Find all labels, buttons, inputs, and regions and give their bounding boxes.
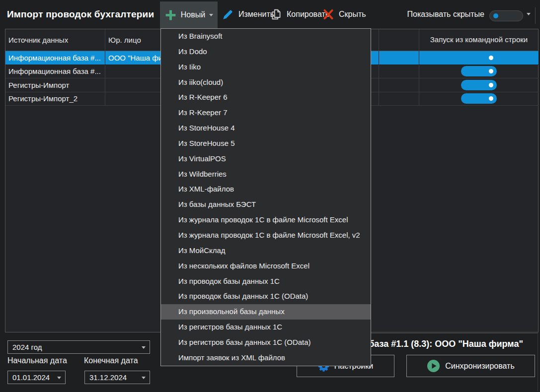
cell-source[interactable]: Информационная база #... [5,65,105,79]
start-date-value: 01.01.2024 [12,373,50,382]
end-date-value: 31.12.2024 [89,373,127,382]
start-date-label: Начальная дата [7,356,67,365]
year-select-value: 2024 год [12,343,42,351]
cell-source[interactable]: Регистры-Импорт_2 [5,92,105,106]
hide-button-label: Скрыть [339,10,366,19]
cell-cmdline [419,92,539,106]
chevron-down-icon [57,377,61,379]
cmdline-toggle[interactable] [461,66,497,76]
menu-item[interactable]: Из R-Keeper 7 [161,105,371,121]
plus-icon [164,9,177,21]
menu-item[interactable]: Из МойСклад [161,243,371,259]
edit-button[interactable]: Изменить [222,0,274,28]
copy-icon [270,8,283,21]
app-window: Импорт проводок бухгалтерии Новый Измени… [0,0,540,392]
cell-source[interactable]: Информационная база #... [5,51,105,65]
cell-hidden [379,92,419,106]
toolbar: Импорт проводок бухгалтерии Новый Измени… [0,0,540,28]
menu-item[interactable]: Из регистров базы данных 1С [161,320,371,335]
pencil-icon [222,8,234,21]
toggle-dot [489,83,493,87]
column-header-hidden[interactable] [379,29,419,51]
cmdline-toggle[interactable] [461,53,497,63]
page-title: Импорт проводок бухгалтерии [7,0,154,28]
menu-item[interactable]: Из проводок базы данных 1С [161,274,371,289]
cell-cmdline [419,51,539,65]
chevron-down-icon [142,346,146,349]
menu-item[interactable]: Из проводок базы данных 1С (OData) [161,289,371,304]
hide-button[interactable]: Скрыть [322,0,366,28]
x-icon [322,8,335,21]
year-select[interactable]: 2024 год [7,340,150,354]
sync-button[interactable]: Синхронизировать [406,355,535,377]
new-button[interactable]: Новый [160,1,218,28]
menu-item[interactable]: Из R-Keeper 6 [161,90,371,105]
end-date-label: Конечная дата [84,356,138,365]
menu-item[interactable]: Из базы данных БЭСТ [161,197,371,212]
menu-item[interactable]: Из журнала проводок 1С в файле Microsoft… [161,212,371,228]
cmdline-toggle[interactable] [461,93,497,104]
cell-hidden [379,78,419,92]
new-button-label: Новый [181,10,205,19]
column-header-cmdline[interactable]: Запуск из командной строки [419,29,539,51]
menu-item[interactable]: Из iiko(cloud) [161,75,371,90]
menu-item[interactable]: Из StoreHouse 5 [161,136,371,151]
copy-button[interactable]: Копировать [270,0,329,28]
show-hidden-toggle[interactable] [489,10,523,21]
menu-item[interactable]: Из VirtualPOS [161,151,371,167]
play-icon [427,359,440,373]
column-header-source[interactable]: Источник данных [5,29,105,51]
start-date-select[interactable]: 01.01.2024 [7,371,66,384]
toggle-dot [489,96,493,101]
toggle-dot [489,69,493,73]
chevron-down-icon [209,14,213,16]
menu-item[interactable]: Из Wildberries [161,167,371,182]
menu-item[interactable]: Из Dodo [161,44,371,60]
menu-item[interactable]: Из произвольной базы данных [161,304,371,320]
cell-cmdline [419,65,539,79]
cell-source[interactable]: Регистры-Импорт [5,78,105,92]
sync-button-label: Синхронизировать [445,362,515,371]
show-hidden-label: Показывать скрытые [387,0,484,28]
cell-hidden [379,65,419,79]
cell-cmdline [419,78,539,92]
toolbar-separator [535,7,536,24]
show-hidden-caret-icon[interactable] [527,13,531,15]
toggle-dot [489,56,493,60]
toggle-dot [493,13,498,18]
menu-item[interactable]: Из регистров базы данных 1С (OData) [161,335,371,350]
menu-item[interactable]: Из Brainysoft [161,29,371,44]
chevron-down-icon [142,377,146,379]
cmdline-toggle[interactable] [461,80,497,90]
menu-item[interactable]: Из журнала проводок 1С в файле Microsoft… [161,228,371,243]
edit-button-label: Изменить [238,10,274,19]
menu-item[interactable]: Из Iiko [161,60,371,75]
cell-hidden [379,51,419,65]
end-date-select[interactable]: 31.12.2024 [84,371,150,384]
menu-item[interactable]: Из XML-файлов [161,182,371,197]
menu-item[interactable]: Импорт заявок из XML файлов [161,350,371,366]
menu-item[interactable]: Из нескольких файлов Microsoft Excel [161,259,371,274]
new-dropdown-menu: Из BrainysoftИз DodoИз IikoИз iiko(cloud… [160,28,371,366]
menu-item[interactable]: Из StoreHouse 4 [161,121,371,136]
